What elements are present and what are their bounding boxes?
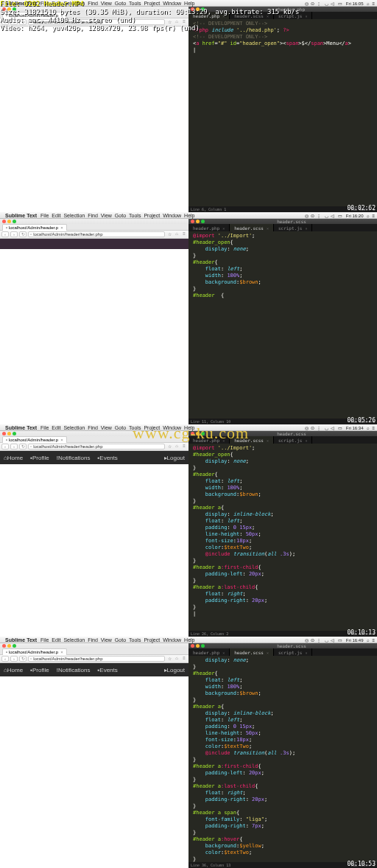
- nav-link[interactable]: ▪Events: [97, 667, 117, 673]
- wifi-icon[interactable]: ◡: [325, 638, 328, 643]
- minimize-icon[interactable]: [7, 220, 11, 223]
- minimize-icon[interactable]: [196, 220, 200, 223]
- menu-item[interactable]: View: [101, 425, 112, 430]
- menu-item[interactable]: Find: [88, 213, 98, 218]
- menu-item[interactable]: View: [101, 213, 112, 218]
- menu-item[interactable]: Tools: [129, 213, 141, 218]
- back-button[interactable]: ‹: [1, 444, 9, 449]
- url-bar[interactable]: ▫localhost/Admin/header/header.php: [28, 444, 165, 449]
- nav-link[interactable]: ⌂Home: [4, 667, 23, 673]
- icon[interactable]: ⋮: [317, 1, 321, 6]
- menu-item[interactable]: File: [40, 213, 49, 218]
- editor-tab[interactable]: script.js×: [274, 436, 313, 444]
- minimap[interactable]: [371, 19, 377, 206]
- logout-link[interactable]: ▸Logout: [164, 455, 185, 461]
- editor-tab[interactable]: header.php×: [188, 224, 230, 231]
- close-tab-icon[interactable]: ×: [60, 438, 63, 442]
- wifi-icon[interactable]: ◡: [325, 1, 328, 6]
- nav-link[interactable]: ▪Profile: [30, 455, 49, 461]
- minimap[interactable]: [371, 656, 377, 862]
- menu-item[interactable]: Goto: [115, 213, 126, 218]
- menu-icon[interactable]: ≡: [372, 214, 375, 218]
- back-button[interactable]: ‹: [1, 656, 9, 662]
- close-tab-icon[interactable]: ×: [305, 438, 307, 443]
- close-tab-icon[interactable]: ×: [267, 226, 269, 231]
- close-tab-icon[interactable]: ×: [305, 14, 307, 18]
- bookmark-icon[interactable]: ☆: [166, 444, 172, 449]
- menu-item[interactable]: Window: [163, 637, 181, 643]
- battery-icon[interactable]: ▭: [338, 214, 342, 218]
- spotlight-icon[interactable]: ⌕: [367, 426, 370, 430]
- logout-link[interactable]: ▸Logout: [164, 667, 185, 673]
- nav-link[interactable]: ▪Profile: [30, 667, 49, 673]
- menu-item[interactable]: View: [101, 637, 112, 643]
- app-name[interactable]: Sublime Text: [5, 425, 37, 430]
- menu-item[interactable]: Selection: [63, 425, 85, 430]
- menu-item[interactable]: File: [40, 637, 49, 643]
- icon[interactable]: ⋮: [317, 426, 321, 430]
- reload-button[interactable]: ↻: [19, 444, 27, 449]
- close-icon[interactable]: [2, 644, 6, 648]
- nav-link[interactable]: !Notifications: [57, 455, 91, 461]
- home-icon[interactable]: ⌂: [174, 656, 180, 662]
- minimap[interactable]: [371, 444, 377, 631]
- minimap[interactable]: [371, 231, 377, 419]
- close-icon[interactable]: [2, 432, 6, 435]
- browser-tab[interactable]: ▫ localhost/Admin/header.p×: [2, 436, 67, 443]
- menu-item[interactable]: Edit: [52, 637, 60, 643]
- menu-item[interactable]: Window: [163, 213, 181, 218]
- volume-icon[interactable]: ◁: [331, 426, 334, 430]
- menu-icon[interactable]: ≡: [372, 638, 375, 643]
- menu-item[interactable]: Goto: [115, 637, 126, 643]
- forward-button[interactable]: ›: [10, 231, 18, 237]
- home-icon[interactable]: ⌂: [174, 444, 180, 449]
- close-icon[interactable]: [191, 220, 194, 223]
- nav-link[interactable]: !Notifications: [57, 667, 91, 673]
- spotlight-icon[interactable]: ⌕: [367, 638, 370, 643]
- minimize-icon[interactable]: [196, 644, 200, 648]
- close-icon[interactable]: [191, 644, 194, 648]
- back-button[interactable]: ‹: [1, 231, 9, 237]
- menu-item[interactable]: Selection: [63, 637, 85, 643]
- menu-item[interactable]: Find: [88, 637, 98, 643]
- close-tab-icon[interactable]: ×: [305, 651, 307, 655]
- volume-icon[interactable]: ◁: [331, 638, 334, 643]
- close-icon[interactable]: [2, 220, 6, 223]
- menu-item[interactable]: Project: [144, 637, 160, 643]
- icon[interactable]: ⊙: [311, 214, 314, 218]
- menu-item[interactable]: Help: [184, 213, 194, 218]
- maximize-icon[interactable]: [13, 644, 16, 648]
- battery-icon[interactable]: ▭: [338, 426, 342, 430]
- clock[interactable]: Fri 16:05: [346, 1, 364, 6]
- menu-item[interactable]: Tools: [129, 637, 141, 643]
- icon[interactable]: ◎: [305, 426, 309, 430]
- menu-item[interactable]: Edit: [52, 425, 60, 430]
- menu-icon[interactable]: ≡: [372, 426, 375, 430]
- menu-item[interactable]: Project: [144, 213, 160, 218]
- menu-item[interactable]: Help: [184, 637, 194, 643]
- app-name[interactable]: Sublime Text: [5, 213, 37, 218]
- icon[interactable]: ◎: [305, 214, 309, 218]
- wifi-icon[interactable]: ◡: [325, 426, 328, 430]
- close-tab-icon[interactable]: ×: [267, 438, 269, 443]
- menu-item[interactable]: Edit: [52, 213, 60, 218]
- home-icon[interactable]: ⌂: [174, 231, 180, 237]
- spotlight-icon[interactable]: ⌕: [367, 1, 370, 6]
- nav-link[interactable]: ⌂Home: [4, 455, 23, 461]
- maximize-icon[interactable]: [201, 220, 205, 223]
- code-area[interactable]: @import '../Import';#header_open{ displa…: [188, 231, 377, 419]
- menu-item[interactable]: Find: [88, 425, 98, 430]
- cursor-position[interactable]: Line 26, Column 2: [191, 631, 228, 636]
- clock[interactable]: Fri 16:49: [346, 638, 364, 643]
- editor-tab[interactable]: header.php×: [188, 648, 230, 656]
- editor-tab[interactable]: script.js×: [274, 224, 313, 231]
- battery-icon[interactable]: ▭: [338, 1, 342, 6]
- code-area[interactable]: @import '../Import';#header_open{ displa…: [188, 444, 377, 631]
- close-tab-icon[interactable]: ×: [222, 651, 225, 655]
- close-tab-icon[interactable]: ×: [60, 225, 63, 230]
- app-name[interactable]: Sublime Text: [5, 637, 37, 643]
- close-tab-icon[interactable]: ×: [222, 226, 225, 231]
- icon[interactable]: ⊙: [311, 1, 314, 6]
- forward-button[interactable]: ›: [10, 444, 18, 449]
- editor-tab[interactable]: script.js×: [274, 648, 313, 656]
